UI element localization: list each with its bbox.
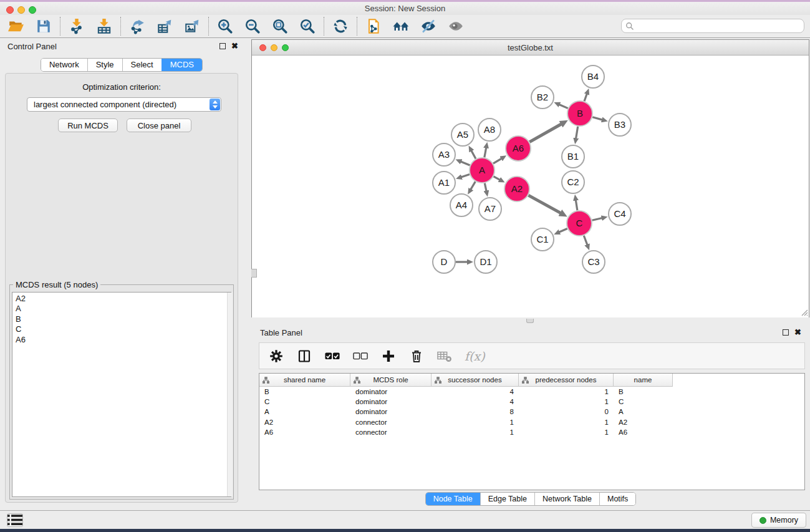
column-header-successor-nodes[interactable]: successor nodes — [432, 374, 519, 387]
tab-network-table[interactable]: Network Table — [534, 493, 599, 505]
float-table-panel-icon[interactable] — [783, 329, 789, 336]
tab-edge-table[interactable]: Edge Table — [480, 493, 534, 505]
left-splitter-handle[interactable] — [251, 269, 257, 278]
table-row[interactable]: A2connector11A2 — [259, 417, 804, 427]
tab-network[interactable]: Network — [41, 59, 87, 71]
import-table-button[interactable] — [95, 17, 113, 35]
mcds-result-item[interactable]: B — [12, 314, 231, 324]
table-row[interactable]: A6connector11A6 — [259, 427, 804, 437]
window-resize-grip-icon[interactable] — [800, 308, 808, 316]
graph-edge-A-A1[interactable] — [461, 175, 470, 177]
function-builder-button[interactable]: f(x) — [465, 349, 485, 363]
graph-edge-B-B4[interactable] — [584, 94, 587, 101]
graph-node-label-C: C — [576, 218, 583, 228]
network-window-titlebar[interactable]: testGlobe.txt — [252, 40, 809, 56]
deselect-all-button[interactable] — [352, 348, 369, 364]
hide-panels-button[interactable] — [420, 17, 437, 35]
deselect-all-icon — [353, 349, 368, 364]
column-header-shared-name[interactable]: shared name — [259, 374, 350, 387]
column-header-predecessor-nodes[interactable]: predecessor nodes — [519, 374, 614, 387]
float-panel-icon[interactable] — [219, 43, 226, 49]
table-cell: C — [259, 397, 350, 407]
graph-edge-A6-B[interactable] — [529, 124, 561, 142]
table-row[interactable]: Adominator80A — [259, 407, 804, 417]
search-box[interactable] — [621, 19, 804, 33]
graph-node-label-B1: B1 — [567, 151, 579, 162]
graph-edge-A2-C[interactable] — [528, 195, 561, 213]
graph-edge-A-A6[interactable] — [493, 158, 501, 163]
graph-edge-B-B1[interactable] — [576, 127, 578, 139]
show-graphics-details-button[interactable] — [392, 17, 410, 35]
bottom-splitter-handle[interactable] — [526, 319, 534, 323]
network-view-window: testGlobe.txt AA1A3A4A5A7A8A6A2BB1B2B3B4… — [251, 39, 809, 317]
graph-edge-B-B2[interactable] — [559, 105, 568, 109]
graph-edge-C-C3[interactable] — [584, 236, 587, 245]
graph-node-label-A3: A3 — [438, 149, 450, 160]
network-canvas[interactable]: AA1A3A4A5A7A8A6A2BB1B2B3B4CC1C2C3C4DD1 — [252, 56, 809, 317]
mcds-result-item[interactable]: A2 — [12, 293, 231, 304]
tab-style[interactable]: Style — [87, 59, 122, 71]
graph-edge-C-C1[interactable] — [559, 228, 567, 232]
add-column-button[interactable] — [380, 348, 397, 364]
network-graph[interactable]: AA1A3A4A5A7A8A6A2BB1B2B3B4CC1C2C3C4DD1 — [252, 56, 809, 317]
settings-button[interactable] — [268, 348, 284, 364]
run-mcds-button[interactable]: Run MCDS — [58, 118, 118, 132]
export-image-button[interactable] — [183, 17, 201, 35]
tab-motifs[interactable]: Motifs — [599, 493, 635, 505]
close-panel-icon[interactable]: ✖ — [231, 43, 238, 49]
graph-edge-B-B3[interactable] — [592, 117, 602, 120]
graph-edge-A-A7[interactable] — [485, 183, 486, 191]
table-cell: 4 — [432, 397, 519, 407]
zoom-out-button[interactable] — [244, 17, 261, 35]
task-history-button[interactable] — [7, 513, 23, 527]
list-icon — [7, 514, 22, 526]
zoom-selected-button[interactable] — [299, 17, 316, 35]
zoom-out-icon — [244, 18, 261, 34]
import-network-button[interactable] — [68, 17, 85, 35]
memory-button[interactable]: Memory — [751, 513, 806, 528]
zoom-in-button[interactable] — [216, 17, 234, 35]
close-panel-button[interactable]: Close panel — [127, 118, 191, 132]
zoom-fit-button[interactable] — [271, 17, 289, 35]
table-row[interactable]: Bdominator41B — [259, 387, 804, 397]
export-network-button[interactable] — [128, 17, 146, 35]
split-columns-button[interactable] — [296, 348, 312, 364]
table-row[interactable]: Cdominator41C — [259, 397, 804, 407]
clone-network-button[interactable] — [365, 17, 382, 35]
delete-column-button[interactable] — [408, 348, 425, 364]
birdseye-view-button[interactable] — [447, 17, 465, 35]
graph-edge-A-A5[interactable] — [471, 150, 476, 158]
column-type-icon — [354, 377, 360, 384]
mcds-result-item[interactable]: C — [12, 324, 231, 334]
open-file-button[interactable] — [7, 17, 25, 35]
tab-mcds[interactable]: MCDS — [162, 59, 202, 71]
delete-table-button[interactable] — [436, 348, 453, 364]
optimization-criterion-select[interactable]: largest connected component (directed) — [27, 97, 221, 112]
column-header-MCDS-role[interactable]: MCDS role — [350, 374, 432, 387]
apply-layout-refresh-button[interactable] — [332, 17, 349, 35]
graph-node-label-B2: B2 — [537, 92, 548, 102]
table-cell: dominator — [350, 397, 432, 407]
select-all-button[interactable] — [324, 348, 340, 364]
memory-status-icon — [759, 517, 766, 524]
table-toolbar: f(x) — [259, 342, 805, 369]
table-cell: A6 — [259, 427, 350, 437]
graph-edge-A-A4[interactable] — [471, 181, 476, 190]
graph-edge-C-C4[interactable] — [592, 218, 602, 221]
graph-edge-C-C2[interactable] — [576, 200, 577, 211]
export-table-button[interactable] — [156, 17, 173, 35]
tab-node-table[interactable]: Node Table — [426, 493, 480, 505]
tab-select[interactable]: Select — [122, 59, 162, 71]
search-input[interactable] — [637, 21, 800, 31]
column-header-name[interactable]: name — [614, 374, 673, 387]
mcds-result-list[interactable]: A2ABCA6 — [12, 292, 231, 497]
mcds-result-item[interactable]: A — [12, 304, 231, 314]
apply-layout-refresh-icon — [332, 18, 349, 34]
mcds-result-item[interactable]: A6 — [12, 335, 231, 345]
graph-edge-A-A8[interactable] — [485, 148, 486, 158]
graph-edge-A-A2[interactable] — [494, 177, 500, 180]
result-list-scrollbar[interactable] — [227, 293, 233, 496]
save-session-button[interactable] — [35, 17, 52, 35]
graph-edge-A-A3[interactable] — [461, 162, 470, 165]
close-table-panel-icon[interactable]: ✖ — [794, 329, 801, 336]
